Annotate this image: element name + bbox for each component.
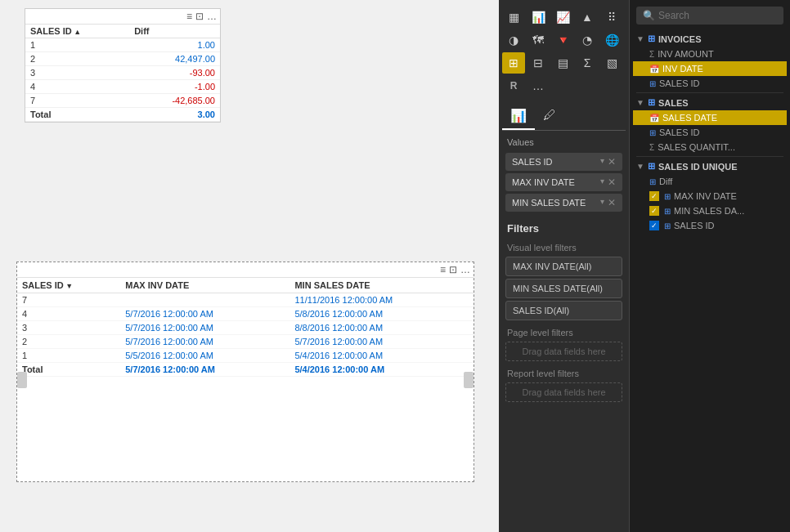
cell-diff: 42,497.00	[129, 52, 220, 66]
total-min: 5/4/2016 12:00:00 AM	[290, 363, 474, 377]
filter-max-inv[interactable]: MAX INV DATE(All)	[505, 257, 622, 276]
expand-icon-2[interactable]: ⊡	[449, 264, 457, 275]
cell-diff: -42,685.00	[129, 94, 220, 108]
cell-id: 4	[17, 307, 120, 321]
pill-remove-icon[interactable]: ✕	[608, 156, 616, 168]
field-label: INV AMOUNT	[658, 49, 713, 59]
field-sales-sales-id[interactable]: ⊞ SALES ID	[633, 125, 787, 140]
expand-icon[interactable]: ⊡	[195, 11, 204, 22]
table-row: 7 -42,685.00	[25, 94, 220, 108]
search-icon: 🔍	[643, 10, 655, 21]
viz-table-icon[interactable]: ⊞	[502, 52, 525, 74]
viz-gauge-icon[interactable]: ◔	[576, 29, 599, 51]
total-max: 5/7/2016 12:00:00 AM	[120, 363, 290, 377]
sigma-icon: Σ	[649, 50, 654, 59]
viz-stacked-bar-icon[interactable]: ▦	[502, 7, 525, 28]
drag-icon[interactable]: ≡	[186, 11, 192, 22]
tab-build[interactable]: 📊	[502, 103, 535, 130]
field-unique-sales-id[interactable]: ✓ ⊞ SALES ID	[633, 218, 787, 233]
cell-min-sales: 5/8/2016 12:00:00 AM	[290, 307, 474, 321]
viz-tab-row: 📊 🖊	[502, 103, 626, 131]
col2-min-sales[interactable]: MIN SALES DATE	[290, 278, 474, 293]
cell-diff: 1.00	[129, 38, 220, 52]
canvas-area: ≡ ⊡ … SALES ID Diff 1 1.00 2 42,497.00	[0, 0, 499, 532]
viz-funnel-icon[interactable]: 🔻	[551, 29, 574, 51]
field-label: SALES DATE	[662, 113, 717, 123]
col-diff[interactable]: Diff	[129, 25, 220, 38]
scroll-handle-left[interactable]	[17, 372, 27, 388]
visual-filters-label: Visual level filters	[502, 238, 626, 254]
field-diff[interactable]: ⊞ Diff	[633, 174, 787, 189]
cell-min-sales: 11/11/2016 12:00:00 AM	[290, 293, 474, 307]
total-label: Total	[25, 108, 129, 122]
field-label: MIN SALES DA...	[674, 206, 744, 216]
table-row: 3 5/7/2016 12:00:00 AM 8/8/2016 12:00:00…	[17, 321, 474, 335]
viz-kpi-icon[interactable]: Σ	[576, 52, 599, 74]
viz-bar-icon[interactable]: 📊	[527, 7, 550, 28]
viz-scatter-icon[interactable]: ⠿	[600, 7, 623, 28]
viz-matrix-icon[interactable]: ⊟	[527, 52, 550, 74]
field-sales-date[interactable]: 📅 SALES DATE	[633, 110, 787, 125]
col2-max-inv[interactable]: MAX INV DATE	[120, 278, 290, 293]
viz-r-icon[interactable]: R	[502, 75, 525, 96]
drag-icon-2[interactable]: ≡	[440, 264, 446, 275]
cell-id: 1	[17, 349, 120, 363]
total-row-2: Total 5/7/2016 12:00:00 AM 5/4/2016 12:0…	[17, 363, 474, 377]
search-bar[interactable]: 🔍	[636, 7, 783, 25]
field-max-inv-date[interactable]: ✓ ⊞ MAX INV DATE	[633, 189, 787, 203]
tree-group-header-unique[interactable]: ▼ ⊞ SALES ID UNIQUE	[633, 159, 787, 174]
divider-2	[636, 156, 783, 157]
cell-id: 3	[17, 321, 120, 335]
col-sales-id[interactable]: SALES ID	[25, 25, 129, 38]
pill-remove-icon[interactable]: ✕	[608, 197, 616, 208]
table-row: 2 42,497.00	[25, 52, 220, 66]
tree-group-header-sales[interactable]: ▼ ⊞ SALES	[633, 95, 787, 110]
filter-sales-id[interactable]: SALES ID(All)	[505, 301, 622, 320]
total-row: Total 3.00	[25, 108, 220, 122]
scroll-handle-right[interactable]	[464, 372, 474, 388]
table-icon: ⊞	[648, 34, 655, 44]
pill-label: MIN SALES DATE	[512, 198, 586, 208]
calendar-icon-2: 📅	[649, 114, 659, 123]
cell-min-sales: 5/7/2016 12:00:00 AM	[290, 335, 474, 349]
tree-group-header-invoices[interactable]: ▼ ⊞ INVOICES	[633, 31, 787, 47]
filter-min-sales[interactable]: MIN SALES DATE(All)	[505, 279, 622, 298]
pill-remove-icon[interactable]: ✕	[608, 177, 616, 188]
field-invoices-sales-id[interactable]: ⊞ SALES ID	[633, 76, 787, 91]
field-pill-sales-id[interactable]: SALES ID ▾ ✕	[505, 153, 622, 171]
table-widget-2: ≡ ⊡ … SALES ID MAX INV DATE MIN SALES DA…	[16, 262, 474, 482]
cell-max-inv	[120, 293, 290, 307]
field-pill-max-inv[interactable]: MAX INV DATE ▾ ✕	[505, 173, 622, 191]
more-icon-2[interactable]: …	[460, 264, 470, 275]
divider	[636, 92, 783, 93]
field-pill-min-sales[interactable]: MIN SALES DATE ▾ ✕	[505, 194, 622, 212]
viz-line-icon[interactable]: 📈	[551, 7, 574, 28]
search-input[interactable]	[658, 10, 777, 21]
viz-card-icon[interactable]: ▤	[551, 52, 574, 74]
viz-pie-icon[interactable]: ◑	[502, 29, 525, 51]
viz-slicer-icon[interactable]: ▧	[600, 52, 623, 74]
viz-more-icon[interactable]: …	[527, 75, 550, 96]
collapse-icon-3: ▼	[636, 162, 644, 171]
field-label: INV DATE	[662, 64, 703, 74]
field-label: SALES QUANTIT...	[658, 142, 735, 152]
field-min-sales-date[interactable]: ✓ ⊞ MIN SALES DA...	[633, 203, 787, 218]
sales-dates-table: SALES ID MAX INV DATE MIN SALES DATE 7 1…	[17, 278, 474, 377]
fields-panel: 🔍 ▼ ⊞ INVOICES Σ INV AMOUNT 📅 INV DATE	[630, 0, 790, 532]
cell-max-inv: 5/7/2016 12:00:00 AM	[120, 307, 290, 321]
tree-group-sales-id-unique: ▼ ⊞ SALES ID UNIQUE ⊞ Diff ✓ ⊞ MAX INV D…	[633, 159, 787, 233]
viz-area-icon[interactable]: ▲	[576, 7, 599, 28]
checkbox-min-sales[interactable]: ✓	[649, 206, 659, 216]
viz-globe-icon[interactable]: 🌐	[600, 29, 623, 51]
col2-sales-id[interactable]: SALES ID	[17, 278, 120, 293]
viz-map-icon[interactable]: 🗺	[527, 29, 550, 51]
checkbox-max-inv[interactable]: ✓	[649, 191, 659, 201]
sales-diff-table: SALES ID Diff 1 1.00 2 42,497.00 3 -93.0…	[25, 25, 220, 122]
field-inv-date[interactable]: 📅 INV DATE	[633, 61, 787, 76]
field-label: MAX INV DATE	[674, 191, 737, 201]
field-inv-amount[interactable]: Σ INV AMOUNT	[633, 47, 787, 61]
field-sales-qty[interactable]: Σ SALES QUANTIT...	[633, 140, 787, 154]
checkbox-sales-id[interactable]: ✓	[649, 221, 659, 230]
more-icon[interactable]: …	[207, 11, 217, 22]
tab-format[interactable]: 🖊	[535, 103, 564, 130]
